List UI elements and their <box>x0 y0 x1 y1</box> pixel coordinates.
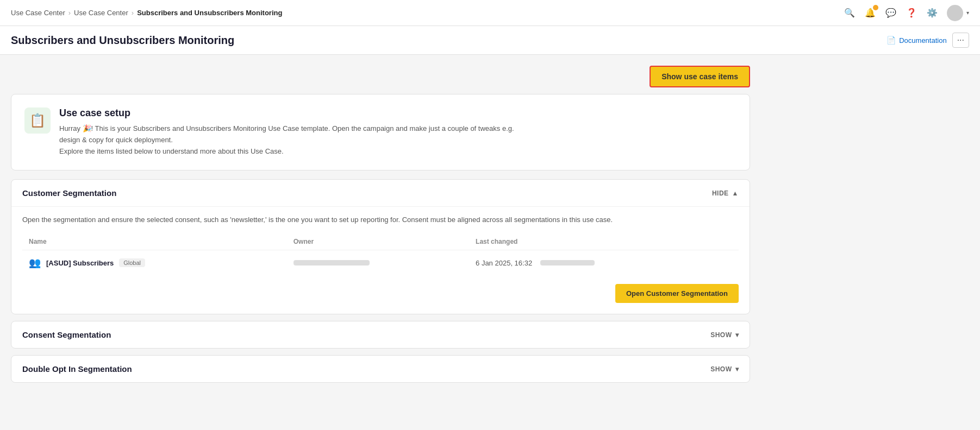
toggle-chevron-down-icon: ▾ <box>735 331 739 339</box>
customer-segmentation-header: Customer Segmentation HIDE ▲ <box>11 180 750 206</box>
table-row: 👥 [ASUD] Subscribers Global 6 Jan 2025, … <box>22 250 739 276</box>
avatar <box>947 5 963 21</box>
hide-label: HIDE <box>712 189 729 197</box>
more-icon: ··· <box>957 35 964 45</box>
search-icon[interactable]: 🔍 <box>844 7 856 19</box>
main-content: Show use case items 📋 Use case setup Hur… <box>0 55 761 400</box>
customer-segmentation-section: Customer Segmentation HIDE ▲ Open the se… <box>11 179 750 314</box>
user-menu[interactable]: ▾ <box>947 5 969 21</box>
help-icon[interactable]: ❓ <box>906 7 917 19</box>
notification-badge <box>873 5 878 10</box>
breadcrumb-sep-2: › <box>132 9 134 17</box>
toggle-chevron-up-icon: ▲ <box>732 189 739 197</box>
extra-placeholder <box>540 260 595 265</box>
consent-segmentation-header: Consent Segmentation SHOW ▾ <box>11 321 750 348</box>
setup-card: 📋 Use case setup Hurray 🎉! This is your … <box>11 94 750 170</box>
setup-emoji: 📋 <box>29 113 46 128</box>
breadcrumb-item-3: Subscribers and Unsubscribers Monitoring <box>137 9 282 17</box>
messages-icon[interactable]: 💬 <box>885 7 897 19</box>
show-label-2: SHOW <box>710 365 732 373</box>
double-opt-in-header: Double Opt In Segmentation SHOW ▾ <box>11 356 750 382</box>
item-name: [ASUD] Subscribers <box>46 259 114 267</box>
customer-segmentation-toggle[interactable]: HIDE ▲ <box>712 189 739 197</box>
breadcrumb-item-1[interactable]: Use Case Center <box>11 9 65 17</box>
setup-description: Hurray 🎉! This is your Subscribers and U… <box>59 123 514 157</box>
setup-text: Use case setup Hurray 🎉! This is your Su… <box>59 108 514 157</box>
double-opt-in-toggle[interactable]: SHOW ▾ <box>710 365 739 373</box>
segmentation-table: Name Owner Last changed 👥 [ASUD] Subscri… <box>22 233 739 275</box>
notification-icon[interactable]: 🔔 <box>864 7 876 19</box>
breadcrumb-item-2[interactable]: Use Case Center <box>74 9 128 17</box>
col-last-changed: Last changed <box>469 233 739 250</box>
col-name: Name <box>22 233 287 250</box>
customer-segmentation-title: Customer Segmentation <box>22 188 116 198</box>
row-icon: 👥 <box>29 257 41 269</box>
owner-placeholder <box>294 260 370 265</box>
customer-segmentation-body: Open the segmentation and ensure the sel… <box>11 206 750 314</box>
customer-segmentation-desc: Open the segmentation and ensure the sel… <box>22 207 739 233</box>
item-tag: Global <box>119 258 145 267</box>
doc-icon: 📄 <box>887 36 896 45</box>
breadcrumb: Use Case Center › Use Case Center › Subs… <box>11 9 282 17</box>
show-label: SHOW <box>710 331 732 339</box>
row-owner-cell <box>287 250 469 276</box>
use-case-btn-area: Show use case items <box>11 66 750 87</box>
doc-button-label: Documentation <box>899 36 946 45</box>
setup-icon: 📋 <box>24 108 51 134</box>
consent-segmentation-title: Consent Segmentation <box>22 330 111 339</box>
page-header: Subscribers and Unsubscribers Monitoring… <box>0 26 980 55</box>
consent-segmentation-section: Consent Segmentation SHOW ▾ <box>11 321 750 349</box>
settings-icon[interactable]: ⚙️ <box>926 7 938 19</box>
toggle-chevron-down-icon-2: ▾ <box>735 365 739 373</box>
double-opt-in-section: Double Opt In Segmentation SHOW ▾ <box>11 355 750 383</box>
documentation-button[interactable]: 📄 Documentation <box>887 36 946 45</box>
col-owner: Owner <box>287 233 469 250</box>
page-title: Subscribers and Unsubscribers Monitoring <box>11 34 234 47</box>
setup-title: Use case setup <box>59 108 514 119</box>
breadcrumb-sep-1: › <box>68 9 71 17</box>
double-opt-in-title: Double Opt In Segmentation <box>22 364 132 374</box>
consent-segmentation-toggle[interactable]: SHOW ▾ <box>710 331 739 339</box>
row-last-changed-cell: 6 Jan 2025, 16:32 <box>469 250 739 276</box>
top-nav: Use Case Center › Use Case Center › Subs… <box>0 0 980 26</box>
open-customer-segmentation-button[interactable]: Open Customer Segmentation <box>615 284 739 303</box>
last-changed-value: 6 Jan 2025, 16:32 <box>476 259 532 267</box>
chevron-down-icon: ▾ <box>966 10 969 16</box>
table-actions: Open Customer Segmentation <box>22 284 739 303</box>
show-use-case-items-button[interactable]: Show use case items <box>650 66 750 87</box>
more-options-button[interactable]: ··· <box>952 33 969 48</box>
nav-icons: 🔍 🔔 💬 ❓ ⚙️ ▾ <box>844 5 969 21</box>
header-actions: 📄 Documentation ··· <box>887 33 969 48</box>
row-name-cell: 👥 [ASUD] Subscribers Global <box>22 250 287 276</box>
